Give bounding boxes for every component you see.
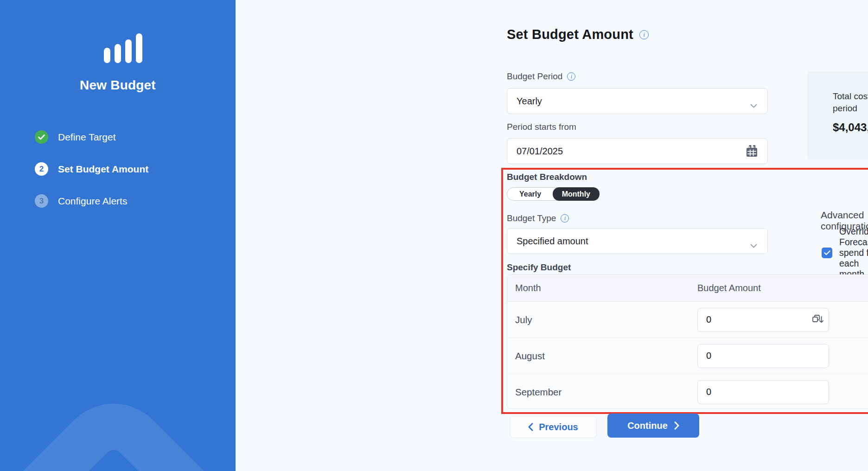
budget-breakdown-label: Budget Breakdown [507,172,587,182]
wizard-title: New Budget [0,78,236,93]
bar-chart-logo-icon [0,33,236,63]
step-label: Define Target [58,132,116,143]
period-starts-field [507,138,768,164]
checkbox-checked-icon[interactable] [822,248,832,258]
continue-button[interactable]: Continue [607,414,699,438]
breakdown-toggle: Yearly Monthly [507,187,599,201]
budget-period-label: Budget Period [507,71,562,82]
chevron-down-icon [750,100,757,110]
override-forecast-row: Override Forecasted spend for each month [822,226,868,280]
chevron-left-icon [528,423,533,431]
month-cell: August [507,350,697,362]
step-label: Configure Alerts [58,196,127,207]
total-cost-value: $4,043,382.49 [833,121,868,134]
info-icon[interactable] [561,214,569,223]
budget-amount-input-september[interactable] [697,380,829,404]
table-row-august: August [507,338,868,374]
wizard-sidebar: New Budget Define Target 2 Set Budget Am… [0,0,236,471]
budget-type-label: Budget Type [507,213,556,223]
override-forecast-label: Override Forecasted spend for each month [839,226,868,280]
specify-budget-table: Month Budget Amount Forecasted Spend Jul… [507,274,868,409]
main-panel: Set Budget Amount Budget Period Yearly T… [236,0,868,471]
previous-button-label: Previous [539,422,578,433]
budget-period-value: Yearly [517,96,542,107]
budget-breakdown-label-row: Budget Breakdown [507,172,587,182]
column-header-month: Month [507,283,697,293]
calendar-icon[interactable] [746,145,758,160]
period-starts-input[interactable] [517,146,739,157]
step-label: Set Budget Amount [58,164,148,175]
new-budget-modal: New Budget Define Target 2 Set Budget Am… [0,0,868,471]
chevron-down-icon [750,240,757,250]
check-circle-icon [35,130,48,144]
info-icon[interactable] [639,30,649,39]
month-cell: September [507,387,697,398]
total-cost-label: Total cost last period [833,90,868,115]
budget-type-value: Specified amount [517,236,588,247]
page-title-row: Set Budget Amount [507,27,649,42]
toggle-yearly[interactable]: Yearly [507,188,553,200]
step-number-badge: 2 [35,162,48,176]
chevron-right-icon [674,421,679,430]
budget-amount-input-august[interactable] [697,344,829,368]
period-starts-label: Period starts from [507,122,576,132]
toggle-monthly[interactable]: Monthly [553,187,600,201]
budget-period-label-row: Budget Period [507,71,575,82]
sidebar-step-configure-alerts[interactable]: 3 Configure Alerts [35,194,148,208]
sidebar-step-define-target[interactable]: Define Target [35,130,148,144]
table-header-row: Month Budget Amount Forecasted Spend [507,275,868,302]
budget-type-label-row: Budget Type [507,213,569,223]
table-row-july: July [507,302,868,338]
page-title: Set Budget Amount [507,27,633,42]
total-cost-item: Total cost last period $4,043,382.49 [833,90,868,159]
budget-amount-input-july[interactable] [697,308,829,332]
specify-budget-label: Specify Budget [507,262,571,273]
budget-type-select[interactable]: Specified amount [507,228,768,254]
period-starts-label-row: Period starts from [507,122,576,132]
specify-budget-label-row: Specify Budget [507,262,571,273]
continue-button-label: Continue [627,420,668,431]
wizard-steps: Define Target 2 Set Budget Amount 3 Conf… [35,130,148,226]
table-row-september: September [507,374,868,409]
step-number-badge: 3 [35,194,48,208]
copy-down-icon[interactable] [812,314,823,327]
cost-summary-card: Total cost last period $4,043,382.49 Pro… [807,71,868,159]
brand-watermark-icon [0,276,236,471]
sidebar-step-set-budget-amount[interactable]: 2 Set Budget Amount [35,162,148,176]
previous-button[interactable]: Previous [510,416,597,438]
month-cell: July [507,314,697,325]
budget-period-select[interactable]: Yearly [507,88,768,114]
column-header-budget-amount: Budget Amount [697,283,868,293]
info-icon[interactable] [567,72,575,81]
